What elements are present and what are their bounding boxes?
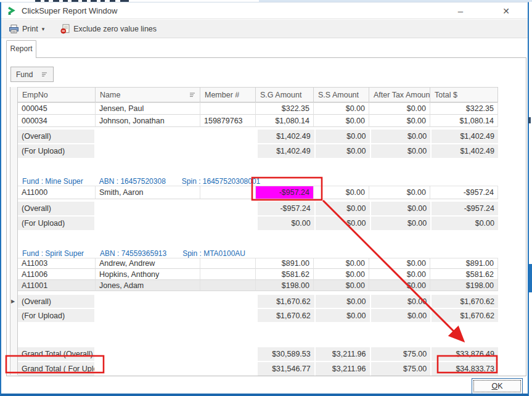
cell-total[interactable]: $891.00 — [430, 258, 498, 269]
cell-at[interactable]: $0.00 — [369, 102, 430, 115]
cell-sg[interactable]: $1,080.14 — [256, 115, 314, 127]
minimize-button[interactable]: – — [450, 4, 471, 19]
summary-total: -$957.24 — [432, 202, 498, 215]
fund-header-spin: Spin : MTA0100AU — [182, 249, 245, 258]
summary-row: (Overall)$1,402.49$0.00$0.00$1,402.49 — [18, 130, 499, 143]
cell-member[interactable] — [200, 258, 256, 269]
column-header-empno[interactable]: EmpNo — [18, 87, 96, 102]
summary-after-tax-amount: $0.00 — [371, 144, 431, 158]
cell-total[interactable]: -$957.24 — [430, 186, 498, 199]
summary-total: $1,670.62 — [432, 309, 498, 322]
title-bar[interactable]: ClickSuper Report Window — [1, 2, 528, 19]
summary-label: (For Upload) — [18, 309, 94, 322]
cell-name[interactable]: Jones, Adam — [96, 280, 200, 291]
cell-empno[interactable]: A11001 — [18, 280, 96, 291]
exclude-zero-label: Exclude zero value lines — [73, 25, 157, 33]
cell-sg[interactable]: $198.00 — [256, 280, 314, 291]
grid: EmpNoNameMember #S.G AmountS.S AmountAft… — [10, 87, 499, 376]
summary-spacer — [201, 202, 256, 215]
summary-ss-amount: $3,211.96 — [316, 347, 370, 361]
cell-ss[interactable]: $0.00 — [314, 186, 369, 199]
cell-ss[interactable]: $0.00 — [314, 269, 369, 280]
summary-total: $1,402.49 — [432, 144, 498, 158]
column-header-s-g-amount[interactable]: S.G Amount — [256, 87, 314, 102]
summary-total: $0.00 — [432, 217, 498, 230]
summary-sg-amount: $1,670.62 — [258, 295, 314, 308]
cell-at[interactable]: $0.00 — [369, 269, 430, 280]
cell-member[interactable] — [200, 102, 256, 115]
column-header-name[interactable]: Name — [96, 87, 200, 102]
summary-sg-amount: $1,670.62 — [258, 309, 314, 322]
column-header-total-[interactable]: Total $ — [430, 87, 498, 102]
cell-empno[interactable]: A11003 — [18, 258, 96, 269]
summary-ss-amount: $0.00 — [316, 144, 370, 158]
cell-ss[interactable]: $0.00 — [314, 102, 369, 115]
cell-empno[interactable]: 000045 — [18, 102, 96, 115]
close-button[interactable]: ✕ — [496, 4, 517, 19]
tab-report[interactable]: Report — [6, 40, 36, 58]
cell-ss[interactable]: $0.00 — [314, 115, 369, 127]
summary-row: (For Upload)$1,670.62$0.00$0.00$1,670.62 — [18, 309, 499, 322]
current-row-indicator: ▶ — [11, 299, 15, 304]
data-row-A11000[interactable]: A11000Smith, Aaron-$957.24$0.00$0.00-$95… — [18, 186, 499, 199]
column-header-s-s-amount[interactable]: S.S Amount — [314, 87, 369, 102]
cell-empno[interactable]: 000034 — [18, 115, 96, 127]
summary-label: Grand Total (Overall) — [18, 347, 94, 361]
grid-header-row: EmpNoNameMember #S.G AmountS.S AmountAft… — [18, 87, 499, 102]
cell-name[interactable]: Jensen, Paul — [96, 102, 200, 115]
column-header-member-[interactable]: Member # — [200, 87, 256, 102]
cell-name[interactable]: Andrew, Andrew — [96, 258, 200, 269]
data-row-A11006[interactable]: A11006Hopkins, Anthony$581.62$0.00$0.00$… — [18, 269, 499, 280]
summary-label: (Overall) — [18, 295, 94, 308]
data-row-A11003[interactable]: A11003Andrew, Andrew$891.00$0.00$0.00$89… — [18, 258, 499, 269]
cell-member[interactable]: 159879763 — [200, 115, 256, 127]
cell-sg[interactable]: -$957.24 — [256, 186, 314, 199]
cell-total[interactable]: $322.35 — [430, 102, 498, 115]
cell-total[interactable]: $198.00 — [430, 280, 498, 291]
summary-ss-amount: $0.00 — [316, 217, 370, 230]
summary-spacer — [201, 295, 256, 308]
summary-row: (Overall)$1,670.62$0.00$0.00$1,670.62 — [18, 295, 499, 308]
summary-spacer — [201, 130, 256, 143]
cell-name[interactable]: Johnson, Jonathan — [96, 115, 200, 127]
print-button[interactable]: Print ▾ — [6, 22, 47, 36]
cell-name[interactable]: Hopkins, Anthony — [96, 269, 200, 280]
cell-at[interactable]: $0.00 — [369, 186, 430, 199]
cell-member[interactable] — [200, 280, 256, 291]
cell-member[interactable] — [200, 269, 256, 280]
fund-header-fund: Fund : Mine Super — [22, 177, 83, 186]
cell-sg[interactable]: $581.62 — [256, 269, 314, 280]
exclude-zero-button[interactable]: Exclude zero value lines — [58, 22, 159, 36]
fund-group-header: Fund : Mine SuperABN : 16457520308Spin :… — [18, 175, 499, 186]
sort-ascending-icon — [41, 72, 48, 77]
summary-spacer — [96, 347, 200, 361]
cell-sg[interactable]: $322.35 — [256, 102, 314, 115]
window-title: ClickSuper Report Window — [22, 6, 117, 15]
cell-member[interactable] — [200, 186, 256, 199]
summary-sg-amount: -$957.24 — [258, 202, 314, 215]
data-row-000045[interactable]: 000045Jensen, Paul$322.35$0.00$0.00$322.… — [18, 102, 499, 115]
ok-button[interactable]: OK — [472, 378, 523, 394]
cell-ss[interactable]: $0.00 — [314, 280, 369, 291]
cell-empno[interactable]: A11006 — [18, 269, 96, 280]
printer-icon — [9, 24, 19, 34]
summary-spacer — [96, 309, 200, 322]
summary-sg-amount: $0.00 — [258, 217, 314, 230]
data-row-A11001[interactable]: A11001Jones, Adam$198.00$0.00$0.00$198.0… — [18, 280, 499, 291]
row-indicator-column — [10, 87, 18, 375]
summary-label: (Overall) — [18, 130, 94, 143]
cell-empno[interactable]: A11000 — [18, 186, 96, 199]
fund-header-spin: Spin : 16457520308001 — [182, 177, 260, 186]
cell-sg[interactable]: $891.00 — [256, 258, 314, 269]
cell-total[interactable]: $1,080.14 — [430, 115, 498, 127]
cell-at[interactable]: $0.00 — [369, 258, 430, 269]
group-by-fund-button[interactable]: Fund — [10, 67, 54, 82]
cell-total[interactable]: $581.62 — [430, 269, 498, 280]
summary-row: (Overall)-$957.24$0.00$0.00-$957.24 — [18, 202, 499, 215]
cell-at[interactable]: $0.00 — [369, 280, 430, 291]
cell-name[interactable]: Smith, Aaron — [96, 186, 200, 199]
column-header-after-tax-amount[interactable]: After Tax Amount — [369, 87, 430, 102]
cell-at[interactable]: $0.00 — [369, 115, 430, 127]
data-row-000034[interactable]: 000034Johnson, Jonathan159879763$1,080.1… — [18, 115, 499, 127]
cell-ss[interactable]: $0.00 — [314, 258, 369, 269]
